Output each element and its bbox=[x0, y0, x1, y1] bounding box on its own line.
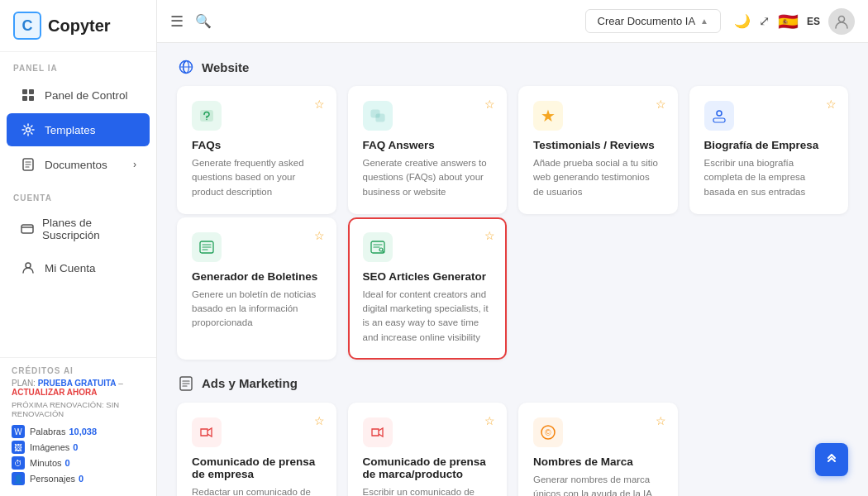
card-comunicado-marca[interactable]: ☆ Comunicado de prensa de marca/producto… bbox=[348, 403, 508, 496]
creditos-label: CRÉDITOS AI bbox=[12, 366, 145, 379]
website-label: Website bbox=[202, 60, 249, 74]
card-faq-answers-title: FAQ Answers bbox=[363, 139, 493, 151]
sidebar-item-planes[interactable]: Planes de Suscripción bbox=[7, 208, 150, 250]
credits-personajes: 👤 Personajes 0 bbox=[12, 472, 145, 485]
svg-rect-0 bbox=[22, 89, 27, 94]
user-icon bbox=[20, 260, 36, 276]
sidebar-item-documentos[interactable]: Documentos › bbox=[7, 148, 150, 181]
card-testimonials-title: Testimonials / Reviews bbox=[533, 139, 663, 151]
star-comunicado-empresa[interactable]: ☆ bbox=[314, 414, 325, 427]
card-nombres-marca[interactable]: ☆ © Nombres de Marca Generar nombres de … bbox=[518, 403, 678, 496]
card-comunicado-empresa[interactable]: ☆ Comunicado de prensa de empresa Redact… bbox=[177, 403, 336, 496]
sidebar-item-mi-cuenta-label: Mi Cuenta bbox=[45, 262, 96, 274]
document-icon bbox=[177, 374, 195, 393]
star-boletines[interactable]: ☆ bbox=[314, 229, 325, 242]
svg-rect-1 bbox=[29, 89, 34, 94]
star-testimonials[interactable]: ☆ bbox=[656, 98, 666, 111]
svg-rect-16 bbox=[713, 118, 725, 122]
grid-icon bbox=[20, 87, 36, 103]
sidebar: C Copyter PANEL IA Panel de Control Temp… bbox=[0, 0, 157, 496]
star-nombres-marca[interactable]: ☆ bbox=[656, 414, 666, 427]
card-boletines-icon bbox=[192, 232, 222, 262]
card-biografia-title: Biografía de Empresa bbox=[704, 139, 834, 151]
chevron-up-icon: ▲ bbox=[700, 17, 708, 26]
flag-icon[interactable]: 🇪🇸 bbox=[778, 12, 799, 31]
globe-icon bbox=[177, 58, 195, 76]
card-biografia[interactable]: ☆ Biografía de Empresa Escribir una biog… bbox=[689, 86, 849, 214]
scroll-top-button[interactable] bbox=[815, 443, 848, 476]
card-comunicado-marca-desc: Escribir un comunicado de prensa de marc… bbox=[363, 485, 493, 496]
card-testimonials-icon: ★ bbox=[533, 101, 563, 131]
file-icon bbox=[20, 156, 36, 173]
logo-text: Copyter bbox=[48, 17, 111, 36]
star-faq-answers[interactable]: ☆ bbox=[484, 98, 495, 111]
card-testimonials[interactable]: ☆ ★ Testimonials / Reviews Añade prueba … bbox=[518, 86, 678, 214]
sidebar-item-panel-control[interactable]: Panel de Control bbox=[7, 79, 150, 112]
svg-rect-14 bbox=[376, 114, 384, 122]
palabras-icon: W bbox=[12, 425, 25, 438]
ads-cards: ☆ Comunicado de prensa de empresa Redact… bbox=[177, 403, 848, 496]
sidebar-item-templates[interactable]: Templates bbox=[7, 113, 150, 146]
card-boletines-title: Generador de Boletines bbox=[192, 270, 322, 283]
star-faqs[interactable]: ☆ bbox=[314, 98, 325, 111]
panel-ia-label: PANEL IA bbox=[0, 52, 156, 78]
credits-palabras: W Palabras 10,038 bbox=[12, 425, 145, 438]
sidebar-item-templates-label: Templates bbox=[45, 124, 96, 136]
expand-icon[interactable]: ⤢ bbox=[759, 13, 770, 29]
credits-imagenes: 🖼 Imágenes 0 bbox=[12, 441, 145, 454]
card-biografia-icon bbox=[704, 101, 734, 131]
logo-icon: C bbox=[13, 12, 41, 40]
minutos-icon: ⏱ bbox=[12, 456, 25, 470]
create-document-label: Crear Documento IA bbox=[598, 15, 696, 27]
search-icon[interactable]: 🔍 bbox=[195, 13, 212, 29]
content-area: Website ☆ FAQs Generate frequently asked… bbox=[157, 43, 868, 496]
sidebar-item-documentos-label: Documentos bbox=[45, 159, 107, 171]
star-seo-articles[interactable]: ☆ bbox=[484, 229, 495, 242]
main-area: ☰ 🔍 Crear Documento IA ▲ 🌙 ⤢ 🇪🇸 ES Websi… bbox=[157, 0, 868, 496]
card-faq-answers-desc: Generate creative answers to questions (… bbox=[363, 156, 493, 199]
card-boletines[interactable]: ☆ Generador de Boletines Genere un bolet… bbox=[177, 217, 336, 360]
create-document-button[interactable]: Crear Documento IA ▲ bbox=[585, 9, 721, 33]
website-cards-row2: ☆ Generador de Boletines Genere un bolet… bbox=[177, 217, 848, 360]
star-biografia[interactable]: ☆ bbox=[826, 98, 837, 111]
card-seo-articles-title: SEO Articles Generator bbox=[363, 270, 493, 283]
hamburger-icon[interactable]: ☰ bbox=[170, 12, 184, 31]
card-seo-articles[interactable]: ☆ SEO Articles Generator Ideal for conte… bbox=[348, 217, 508, 360]
card-faq-answers[interactable]: ☆ FAQ Answers Generate creative answers … bbox=[348, 86, 508, 214]
card-nombres-marca-desc: Generar nombres de marca únicos con la a… bbox=[533, 473, 663, 496]
star-comunicado-marca[interactable]: ☆ bbox=[484, 414, 495, 427]
svg-rect-3 bbox=[29, 96, 34, 101]
card-comunicado-empresa-desc: Redactar un comunicado de prensa de empr… bbox=[192, 485, 322, 496]
imagenes-value: 0 bbox=[73, 442, 78, 452]
svg-point-4 bbox=[26, 128, 31, 132]
card-nombres-marca-title: Nombres de Marca bbox=[533, 455, 663, 468]
website-section-header: Website bbox=[177, 58, 848, 76]
imagenes-icon: 🖼 bbox=[12, 441, 25, 454]
personajes-icon: 👤 bbox=[12, 472, 25, 485]
update-plan-link[interactable]: ACTUALIZAR AHORA bbox=[12, 388, 98, 397]
card-comunicado-empresa-title: Comunicado de prensa de empresa bbox=[192, 455, 322, 480]
plan-name-link[interactable]: PRUEBA GRATUITA bbox=[38, 379, 117, 388]
card-faqs[interactable]: ☆ FAQs Generate frequently asked questio… bbox=[177, 86, 336, 214]
card-faqs-desc: Generate frequently asked questions base… bbox=[192, 156, 322, 199]
avatar[interactable] bbox=[828, 8, 855, 35]
svg-point-7 bbox=[26, 263, 31, 268]
credits-section: CRÉDITOS AI PLAN: PRUEBA GRATUITA – ACTU… bbox=[0, 357, 156, 496]
svg-text:©: © bbox=[545, 428, 551, 437]
card-comunicado-marca-icon bbox=[363, 417, 393, 447]
credits-minutos: ⏱ Minutos 0 bbox=[12, 456, 145, 470]
svg-point-12 bbox=[206, 119, 207, 121]
credits-plan: PLAN: PRUEBA GRATUITA – ACTUALIZAR AHORA bbox=[12, 379, 145, 397]
card-faqs-title: FAQs bbox=[192, 139, 322, 151]
website-cards-row1: ☆ FAQs Generate frequently asked questio… bbox=[177, 86, 848, 214]
card-comunicado-empresa-icon bbox=[192, 417, 222, 447]
credits-renewal: PRÓXIMA RENOVACIÓN: SIN RENOVACIÓN bbox=[12, 400, 145, 418]
dark-mode-icon[interactable]: 🌙 bbox=[734, 13, 751, 29]
lang-label[interactable]: ES bbox=[807, 16, 820, 27]
svg-point-15 bbox=[717, 111, 722, 116]
card-boletines-desc: Genere un boletín de noticias basado en … bbox=[192, 288, 322, 331]
minutos-value: 0 bbox=[65, 458, 70, 468]
card-testimonials-desc: Añade prueba social a tu sitio web gener… bbox=[533, 156, 663, 199]
svg-rect-6 bbox=[21, 225, 33, 233]
sidebar-item-mi-cuenta[interactable]: Mi Cuenta bbox=[7, 251, 150, 284]
